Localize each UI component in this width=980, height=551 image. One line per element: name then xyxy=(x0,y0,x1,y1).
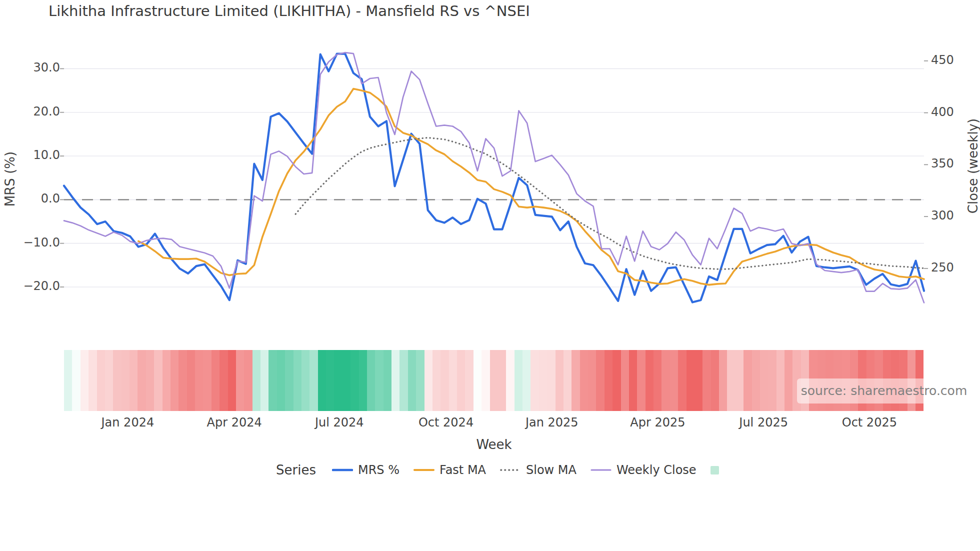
heatmap-cell xyxy=(506,350,514,411)
heatmap-cell xyxy=(252,350,260,411)
legend-item-slow-ma: Slow MA xyxy=(500,463,576,477)
x-tick-label: Jul 2025 xyxy=(718,416,808,430)
y-right-tick-label: 400 xyxy=(931,105,980,119)
heatmap-cell xyxy=(564,350,572,411)
heatmap-cell xyxy=(482,350,490,411)
heatmap-cell xyxy=(604,350,612,411)
heatmap-cell xyxy=(530,350,538,411)
heatmap-cell xyxy=(588,350,596,411)
series-line-weekly-close xyxy=(64,52,924,302)
y-left-tick-label: 20.0 xyxy=(9,104,60,118)
y-right-tick-label: 450 xyxy=(931,53,980,67)
heatmap-cell xyxy=(654,350,662,411)
heatmap-cell xyxy=(97,350,105,411)
heatmap-cell xyxy=(629,350,637,411)
legend-item-label: Fast MA xyxy=(440,463,486,477)
legend-line-sample-icon xyxy=(414,466,434,474)
heatmap-cell xyxy=(105,350,113,411)
heatmap-cell xyxy=(178,350,186,411)
heatmap-cell xyxy=(522,350,530,411)
y-left-tick-label: −20.0 xyxy=(9,279,60,293)
heatmap-cell xyxy=(220,350,228,411)
heatmap-cell xyxy=(212,350,220,411)
heatmap-cell xyxy=(547,350,555,411)
heatmap-cell xyxy=(195,350,203,411)
heatmap-cell xyxy=(768,350,776,411)
heatmap-cell xyxy=(302,350,310,411)
heatmap-cell xyxy=(122,350,130,411)
heatmap-cell xyxy=(170,350,178,411)
heatmap-cell xyxy=(342,350,350,411)
heatmap-cell xyxy=(498,350,506,411)
x-tick-label: Oct 2024 xyxy=(401,416,491,430)
heatmap-cell xyxy=(130,350,138,411)
heatmap-cell xyxy=(646,350,654,411)
heatmap-cell xyxy=(580,350,588,411)
heatmap-cell xyxy=(392,350,400,411)
heatmap-cell xyxy=(384,350,392,411)
heatmap-cell xyxy=(744,350,752,411)
heatmap-cell xyxy=(424,350,432,411)
heatmap-cell xyxy=(440,350,448,411)
heatmap-cell xyxy=(236,350,244,411)
x-tick-label: Oct 2025 xyxy=(824,416,914,430)
heatmap-cell xyxy=(760,350,768,411)
legend-title: Series xyxy=(276,462,316,478)
x-axis-title: Week xyxy=(444,437,544,452)
heatmap-cell xyxy=(187,350,195,411)
x-tick-label: Jul 2024 xyxy=(294,416,384,430)
x-tick-label: Apr 2025 xyxy=(612,416,702,430)
heatmap-cell xyxy=(72,350,80,411)
heatmap-cell xyxy=(80,350,88,411)
heatmap-cell xyxy=(318,350,326,411)
heatmap-cell xyxy=(203,350,211,411)
legend-line-sample-icon xyxy=(500,466,521,474)
series-line-mrs- xyxy=(64,54,924,302)
watermark: source: sharemaestro.com xyxy=(797,378,971,404)
y-left-tick-label: 30.0 xyxy=(9,60,60,74)
heatmap-cell xyxy=(474,350,482,411)
series-line-fast-ma xyxy=(138,89,924,285)
heatmap-cell xyxy=(408,350,416,411)
heatmap-cell xyxy=(260,350,268,411)
heatmap-cell xyxy=(310,350,318,411)
legend-item-mrs-: MRS % xyxy=(332,463,400,477)
heatmap-cell xyxy=(752,350,760,411)
heatmap-cell xyxy=(702,350,710,411)
heatmap-cell xyxy=(621,350,629,411)
heatmap-cell xyxy=(556,350,564,411)
heatmap-cell xyxy=(670,350,678,411)
heatmap-cell xyxy=(736,350,744,411)
legend-item-label: Slow MA xyxy=(526,463,576,477)
legend-item-fast-ma: Fast MA xyxy=(414,463,486,477)
heatmap-cell xyxy=(711,350,719,411)
heatmap-cell xyxy=(162,350,170,411)
heatmap-cell xyxy=(268,350,276,411)
x-tick-label: Jan 2024 xyxy=(82,416,172,430)
heatmap-cell xyxy=(334,350,342,411)
y-right-tick-label: 300 xyxy=(931,208,980,222)
heatmap-cell xyxy=(514,350,522,411)
heatmap-cell xyxy=(596,350,604,411)
heatmap-cell xyxy=(375,350,383,411)
heatmap-cell xyxy=(490,350,498,411)
y-left-tick-label: 10.0 xyxy=(9,148,60,162)
y-right-tick-label: 350 xyxy=(931,156,980,170)
heatmap-cell xyxy=(686,350,694,411)
heatmap-cell xyxy=(776,350,784,411)
heatmap-cell xyxy=(285,350,293,411)
heatmap-cell xyxy=(727,350,735,411)
heatmap-cell xyxy=(367,350,375,411)
heatmap-cell xyxy=(784,350,792,411)
heatmap-cell xyxy=(719,350,727,411)
legend: Series MRS %Fast MASlow MAWeekly Close xyxy=(276,461,719,479)
legend-item-label: MRS % xyxy=(358,463,400,477)
heatmap-cell xyxy=(244,350,252,411)
heatmap-cell xyxy=(64,350,72,411)
legend-line-sample-icon xyxy=(590,466,612,474)
x-tick-label: Jan 2025 xyxy=(507,416,597,430)
heatmap-cell xyxy=(277,350,285,411)
heatmap-cell xyxy=(572,350,580,411)
heatmap-strip xyxy=(64,350,924,411)
legend-line-sample-icon xyxy=(332,466,353,474)
